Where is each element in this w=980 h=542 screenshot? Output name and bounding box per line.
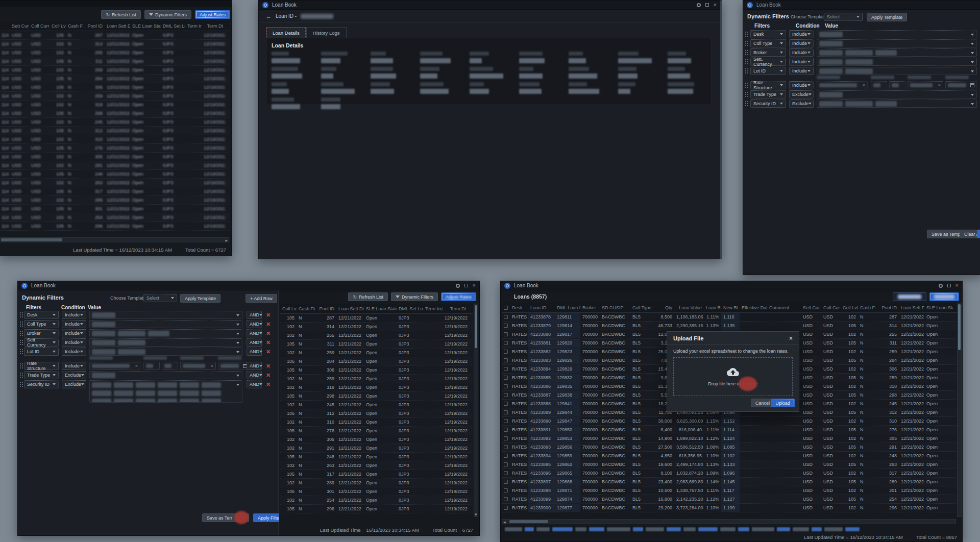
table-row[interactable]: RATES41233895129862700000BACDWBCBL519,60… xyxy=(502,460,957,469)
template-select[interactable]: Select xyxy=(824,13,863,21)
drag-handle-icon[interactable] xyxy=(745,83,748,88)
filter-value-box[interactable] xyxy=(817,48,977,57)
column-header[interactable]: Coll Cur xyxy=(821,305,841,310)
and-or-select[interactable]: AND xyxy=(247,348,262,356)
checkbox[interactable] xyxy=(504,497,508,501)
filter-condition-select[interactable]: Include xyxy=(62,329,86,337)
vertical-scrollbar[interactable]: ▾ xyxy=(474,304,478,517)
settings-icon[interactable] xyxy=(697,3,701,7)
table-row[interactable]: RATES41233900129877700000BACDWBCBL529,20… xyxy=(502,504,957,512)
column-header[interactable]: Loan Value xyxy=(674,305,704,310)
column-header[interactable]: Loan Sett Dt xyxy=(105,23,130,29)
drag-handle-icon[interactable] xyxy=(745,101,748,106)
filter-field-select[interactable]: Lot ID xyxy=(750,67,786,75)
apply-template-button[interactable]: Apply Template xyxy=(180,294,220,303)
column-header[interactable]: Coll Lvl xyxy=(50,23,66,29)
row-select-cell[interactable] xyxy=(502,367,510,371)
column-header[interactable]: Cash Flg xyxy=(858,305,875,310)
table-row[interactable]: RATES41233894129859700000BACDWBCBL54,850… xyxy=(502,452,957,460)
filter-condition-select[interactable]: Exclude xyxy=(789,100,814,108)
drag-handle-icon[interactable] xyxy=(745,68,748,73)
filter-field-select[interactable]: Security ID xyxy=(750,100,786,108)
checkbox[interactable] xyxy=(504,332,508,336)
column-header[interactable]: Desk xyxy=(510,305,528,310)
maximize-icon[interactable] xyxy=(464,284,468,287)
table-row[interactable]: 114USDUSD105N29612/21/2022Open0JP312/19/… xyxy=(0,222,230,231)
maximize-icon[interactable] xyxy=(947,284,951,287)
adjust-rates-button[interactable]: Adjust Rates xyxy=(441,292,476,301)
checkbox[interactable] xyxy=(504,350,508,354)
row-select-cell[interactable] xyxy=(502,419,510,423)
column-header[interactable]: Coll Lvl xyxy=(280,306,297,311)
checkbox[interactable] xyxy=(504,471,508,475)
clear-icon[interactable]: × xyxy=(863,83,865,88)
settings-icon[interactable] xyxy=(456,284,460,288)
table-row[interactable]: 114USDUSD105N28712/21/2022Open0JP312/19/… xyxy=(0,31,230,40)
filter-field-select[interactable]: Trade Type xyxy=(750,90,786,98)
close-icon[interactable]: × xyxy=(789,335,793,342)
filter-field-select[interactable]: Broker xyxy=(24,329,59,337)
row-select-cell[interactable] xyxy=(502,358,510,362)
dynamic-filters-button[interactable]: Dynamic Filters xyxy=(391,292,438,301)
column-header[interactable]: Loan Sett Dt xyxy=(899,305,924,310)
filter-value-box[interactable] xyxy=(89,338,242,347)
table-row[interactable]: 102N26312/21/2022Open0JP312/19/2022 xyxy=(280,461,473,470)
column-header[interactable]: Cash Flg xyxy=(66,23,83,29)
row-select-cell[interactable] xyxy=(502,436,510,440)
table-row[interactable]: 114USDUSD105N30112/21/2022Open0JP312/19/… xyxy=(0,205,230,213)
filter-value-box[interactable] xyxy=(817,39,977,47)
filter-value-box[interactable] xyxy=(89,371,242,379)
table-row[interactable]: 105N29812/21/2022Open0JP312/19/2022 xyxy=(280,392,473,401)
filter-condition-select[interactable]: Include xyxy=(789,81,814,89)
drag-handle-icon[interactable] xyxy=(20,312,23,317)
column-header[interactable]: SLE Loan Status xyxy=(924,305,953,310)
remove-row-icon[interactable]: ✕ xyxy=(266,312,271,318)
back-arrow-icon[interactable]: ← xyxy=(266,13,272,19)
drag-handle-icon[interactable] xyxy=(20,382,23,387)
and-or-select[interactable]: AND xyxy=(247,329,262,337)
table-row[interactable]: 105N31112/21/2022Open0JP312/19/2022 xyxy=(280,340,473,349)
table-row[interactable]: 114USDUSD102N25412/21/2022Open0JP312/19/… xyxy=(0,213,230,222)
column-header[interactable]: Broker xyxy=(580,305,600,310)
filter-condition-select[interactable]: Include xyxy=(789,30,814,38)
column-header[interactable]: New Rt xyxy=(721,305,740,310)
table-row[interactable]: 114USDUSD102N31012/21/2022Open0JP312/19/… xyxy=(0,135,230,144)
rate-sub-input[interactable] xyxy=(143,362,160,370)
table-row[interactable]: RATES41233879129814700000BACDWBCBL546,73… xyxy=(502,322,957,330)
date-input[interactable] xyxy=(945,81,977,89)
filter-field-select[interactable]: Trade Type xyxy=(24,371,59,379)
table-row[interactable]: 102N31012/21/2022Open0JP312/19/2022 xyxy=(280,418,473,427)
horizontal-scrollbar[interactable]: ◂ xyxy=(502,519,956,524)
column-header[interactable]: SLE Loan Status xyxy=(130,23,161,29)
column-header[interactable]: Term Ind xyxy=(423,306,443,311)
filter-condition-select[interactable]: Include xyxy=(789,67,814,75)
remove-row-icon[interactable]: ✕ xyxy=(266,382,271,387)
table-row[interactable]: RATES41233891129850700000BACDWBCBL56,400… xyxy=(502,426,957,434)
scrollbar-thumb[interactable] xyxy=(475,305,477,348)
select-all-cell[interactable] xyxy=(502,306,510,310)
column-header[interactable]: Term Ind xyxy=(185,23,202,29)
dynamic-filters-button[interactable]: Dynamic Filters xyxy=(144,10,191,19)
table-row[interactable]: RATES41233899129874700000BACDWBCBL516,80… xyxy=(502,495,957,504)
column-header[interactable]: Cash Flg xyxy=(297,306,315,311)
filter-condition-select[interactable]: Include xyxy=(62,338,86,347)
filter-condition-select[interactable]: Exclude xyxy=(62,380,86,388)
column-header[interactable]: Comment xyxy=(767,305,801,310)
row-select-cell[interactable] xyxy=(502,350,510,354)
column-header[interactable]: DML Set Loc xyxy=(397,306,423,311)
filter-condition-select[interactable]: Include xyxy=(62,348,86,356)
table-row[interactable]: 105N24812/21/2022Open0JP312/19/2022 xyxy=(280,453,473,461)
table-row[interactable]: 114USDUSD105N28412/21/2022Open0JP312/19/… xyxy=(0,75,230,83)
table-row[interactable]: 102N25912/21/2022Open0JP312/19/2022 xyxy=(280,349,473,357)
table-row[interactable]: 102N28912/21/2022Open0JP312/19/2022 xyxy=(280,479,473,487)
checkbox[interactable] xyxy=(504,376,508,380)
filter-value-box[interactable] xyxy=(817,90,977,98)
checkbox[interactable] xyxy=(504,488,508,492)
table-row[interactable]: 114USDUSD105N30612/21/2022Open0JP312/19/… xyxy=(0,83,230,92)
table-row[interactable]: 114USDUSD105N29812/21/2022Open0JP312/19/… xyxy=(0,109,230,118)
filter-value-box[interactable] xyxy=(89,380,242,403)
filter-field-select[interactable]: Rate Structure xyxy=(750,81,786,89)
drag-handle-icon[interactable] xyxy=(20,322,23,327)
row-select-cell[interactable] xyxy=(502,462,510,466)
filter-value-box[interactable] xyxy=(817,30,977,38)
